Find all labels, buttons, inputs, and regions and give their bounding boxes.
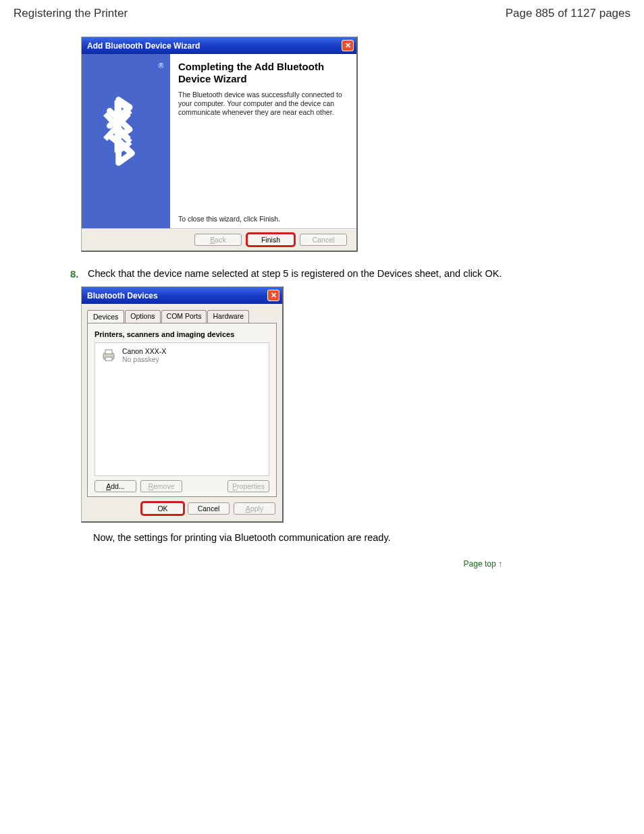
page-title: Registering the Printer [14, 7, 128, 20]
cancel-button: Cancel [300, 234, 347, 246]
cancel-button[interactable]: Cancel [188, 502, 230, 515]
printer-icon [101, 347, 117, 363]
page-top-link[interactable]: Page top ↑ [14, 559, 502, 569]
tab-com-ports[interactable]: COM Ports [161, 310, 207, 323]
apply-button: Apply [234, 502, 275, 515]
svg-rect-9 [105, 357, 112, 361]
wizard-window: Add Bluetooth Device Wizard ✕ ® [81, 36, 358, 252]
wizard-close-text: To close this wizard, click Finish. [178, 215, 350, 226]
registered-icon: ® [159, 62, 163, 70]
finish-button[interactable]: Finish [247, 234, 294, 246]
step-number: 8. [70, 268, 88, 280]
ok-button[interactable]: OK [142, 502, 184, 515]
note-text: Now, the settings for printing via Bluet… [93, 532, 630, 543]
back-button: Back [194, 234, 242, 246]
wizard-title: Add Bluetooth Device Wizard [87, 41, 200, 51]
add-button[interactable]: Add... [95, 480, 136, 492]
devices-title: Bluetooth Devices [87, 291, 158, 301]
tab-options[interactable]: Options [125, 310, 160, 323]
tab-hardware[interactable]: Hardware [207, 310, 249, 323]
wizard-body-text: The Bluetooth device was successfully co… [178, 90, 350, 117]
device-meta: No passkey [122, 355, 166, 363]
devices-group-label: Printers, scanners and imaging devices [95, 330, 269, 338]
close-icon[interactable]: ✕ [342, 40, 354, 51]
step-text: Check that the device name selected at s… [88, 268, 502, 280]
close-icon[interactable]: ✕ [267, 290, 279, 301]
wizard-heading: Completing the Add Bluetooth Device Wiza… [178, 61, 350, 85]
properties-button: Properties [227, 480, 269, 492]
page-number: Page 885 of 1127 pages [506, 7, 630, 20]
svg-rect-8 [105, 350, 112, 354]
devices-window: Bluetooth Devices ✕ Devices Options COM … [81, 286, 284, 523]
remove-button: Remove [140, 480, 182, 492]
tab-devices[interactable]: Devices [87, 310, 124, 323]
arrow-up-icon: ↑ [498, 559, 502, 569]
device-name: Canon XXX-X [122, 347, 166, 355]
list-item[interactable]: Canon XXX-X No passkey [101, 347, 263, 363]
